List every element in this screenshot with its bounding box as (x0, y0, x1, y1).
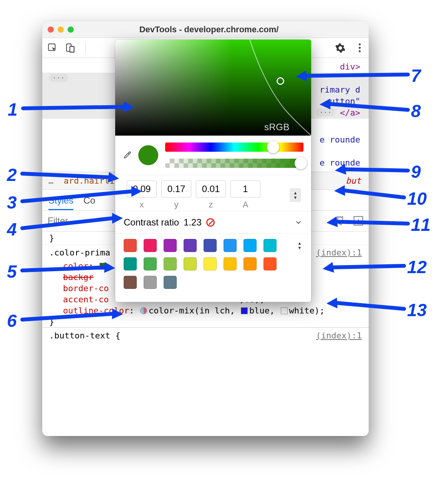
palette-swatch[interactable] (204, 257, 217, 270)
traffic-lights[interactable] (48, 27, 74, 33)
hue-slider[interactable] (165, 143, 303, 152)
css-source-link[interactable]: (index):1 (316, 331, 362, 340)
breadcrumb-class: ard.hairlin (64, 176, 120, 186)
breadcrumb-ellipsis: … (48, 176, 53, 186)
color-picker: sRGB x y z A ▲▼ Contrast ratio 1 (115, 40, 311, 302)
palette-swatch[interactable] (263, 257, 277, 270)
inspect-icon[interactable] (48, 43, 58, 53)
palette-swatch[interactable] (164, 257, 177, 270)
css-value-fragment: blue, (249, 306, 275, 315)
settings-icon[interactable] (335, 43, 346, 53)
callout-number: 1 (8, 99, 18, 120)
callout-number: 4 (7, 219, 17, 240)
contrast-row[interactable]: Contrast ratio 1.23 (115, 212, 311, 234)
zoom-window-icon[interactable] (68, 27, 74, 33)
callout-number: 9 (411, 161, 421, 182)
color-swatch-icon[interactable] (281, 307, 288, 314)
palette-swatch[interactable] (244, 239, 257, 252)
palette-swatch[interactable] (164, 239, 177, 252)
palette-swatch[interactable] (224, 257, 237, 270)
css-selector: .button-text { (49, 331, 120, 340)
more-menu-icon[interactable] (359, 43, 361, 53)
alpha-thumb[interactable] (295, 157, 307, 169)
devtools-window: DevTools - developer.chrome.com/ div> ··… (42, 21, 369, 436)
palette-swatch[interactable] (144, 257, 157, 270)
current-color-swatch[interactable] (138, 145, 158, 165)
callout-number: 2 (7, 164, 17, 185)
attr-fragment: e rounde (320, 135, 360, 144)
value-z-input[interactable] (196, 181, 226, 197)
value-a-input[interactable] (230, 181, 260, 197)
gamut-line-icon (115, 40, 311, 136)
attr-fragment: e rounde (320, 158, 360, 167)
css-property[interactable]: outline-color (63, 306, 129, 315)
contrast-value: 1.23 (184, 217, 202, 228)
palette-swatch[interactable] (164, 276, 177, 289)
color-swatch-icon[interactable] (99, 263, 106, 270)
css-rule-header[interactable]: .button-text { (index):1 (42, 327, 369, 343)
hue-thumb[interactable] (267, 141, 279, 153)
value-y-label: y (161, 200, 191, 210)
palette-swatch[interactable] (244, 257, 257, 270)
color-mix-swatch-icon[interactable] (140, 307, 147, 314)
css-value-fragment: color-mix(in lch, (149, 306, 235, 315)
value-z-label: z (196, 200, 226, 210)
callout-number: 12 (407, 257, 427, 277)
palette-swatch[interactable] (204, 239, 217, 252)
palette-swatch[interactable] (124, 257, 137, 270)
callout-number: 7 (411, 65, 421, 86)
callout-number: 8 (411, 101, 421, 121)
callout-number: 6 (7, 310, 17, 331)
alpha-slider[interactable] (165, 159, 303, 168)
contrast-label: Contrast ratio (124, 217, 179, 228)
css-property[interactable]: backgr (63, 272, 93, 282)
breadcrumb-tail: but (346, 176, 363, 186)
value-x-input[interactable] (127, 181, 157, 197)
color-swatch-icon[interactable] (241, 307, 248, 314)
palette-swatch[interactable] (263, 239, 277, 252)
eyedropper-icon[interactable] (123, 151, 131, 159)
filter-input[interactable] (47, 215, 108, 227)
new-style-rule-icon[interactable] (353, 215, 364, 227)
palette-swatch[interactable] (124, 276, 137, 289)
value-y-input[interactable] (161, 181, 191, 197)
css-source-link[interactable]: (index):1 (316, 248, 362, 257)
css-property[interactable]: border-co (63, 284, 109, 293)
color-space-label: sRGB (264, 122, 290, 133)
palette-swatch[interactable] (144, 239, 157, 252)
callout-number: 3 (7, 192, 17, 213)
color-palette: ▲▼ (115, 234, 311, 302)
toolbar-separator (85, 42, 86, 54)
palette-swatch[interactable] (224, 239, 237, 252)
palette-swatch[interactable] (184, 239, 197, 252)
css-selector: .color-prima (49, 248, 110, 257)
palette-swatch[interactable] (124, 239, 137, 252)
window-title: DevTools - developer.chrome.com/ (78, 25, 363, 35)
device-toggle-icon[interactable] (65, 43, 75, 53)
attr-fragment: utton" (330, 96, 360, 106)
hover-state-icon[interactable] (335, 215, 346, 227)
palette-switcher[interactable]: ▲▼ (297, 240, 303, 250)
contrast-fail-icon (206, 218, 215, 227)
color-spectrum[interactable]: sRGB (115, 40, 311, 136)
tag-fragment: div> (340, 62, 360, 71)
attr-fragment: rimary d (320, 85, 360, 94)
palette-swatch[interactable] (144, 276, 157, 289)
callout-number: 11 (411, 214, 431, 235)
css-property[interactable]: color (63, 261, 88, 271)
value-x-label: x (127, 200, 157, 210)
tab-computed[interactable]: Co (83, 195, 95, 210)
close-window-icon[interactable] (48, 27, 54, 33)
minimize-window-icon[interactable] (58, 27, 64, 33)
format-switcher[interactable]: ▲▼ (290, 188, 301, 202)
spectrum-thumb[interactable] (277, 77, 284, 85)
css-property[interactable]: accent-co (63, 295, 109, 304)
titlebar: DevTools - developer.chrome.com/ (42, 21, 369, 38)
callout-number: 10 (407, 188, 427, 209)
chevron-down-icon[interactable] (294, 218, 303, 227)
callout-number: 5 (7, 261, 17, 282)
tag-fragment: </a> (340, 108, 360, 118)
palette-swatch[interactable] (184, 257, 197, 270)
tab-styles[interactable]: Styles (48, 195, 73, 210)
css-value-fragment: white); (289, 306, 325, 315)
